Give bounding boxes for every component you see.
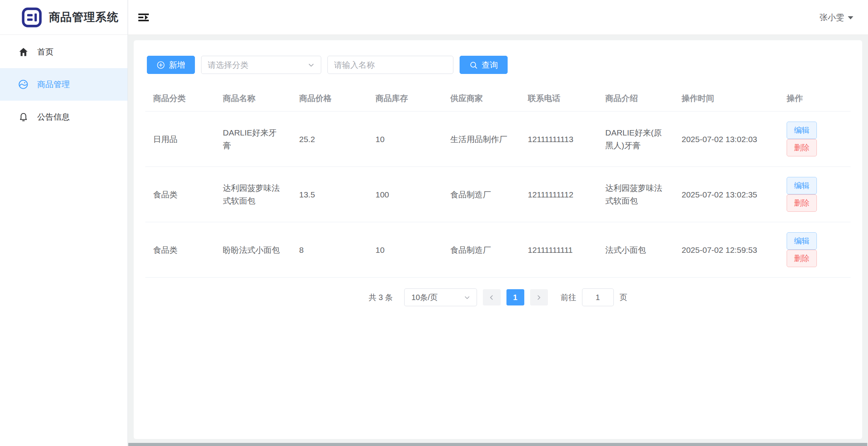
prev-page-button[interactable] (483, 289, 501, 305)
cell-price: 13.5 (299, 167, 375, 222)
cell-supplier: 食品制造厂 (450, 222, 528, 278)
cell-category: 食品类 (145, 222, 223, 278)
horizontal-scrollbar[interactable] (128, 443, 868, 446)
sidebar: 商品管理系统 首页 商品管理 (0, 0, 128, 446)
pagination: 共 3 条 10条/页 1 前往 (145, 288, 851, 306)
column-header: 商品库存 (375, 86, 450, 112)
cell-name: DARLIE好来牙膏 (223, 112, 299, 167)
search-icon (469, 61, 478, 69)
column-header: 供应商家 (450, 86, 528, 112)
delete-button[interactable]: 删除 (787, 250, 817, 267)
table-row: 日用品DARLIE好来牙膏25.210生活用品制作厂12111111113DAR… (145, 112, 851, 167)
cell-category: 食品类 (145, 167, 223, 222)
column-header: 商品分类 (145, 86, 223, 112)
scrollbar-thumb[interactable] (128, 443, 867, 446)
search-button-label: 查询 (482, 60, 498, 70)
total-count: 共 3 条 (369, 292, 393, 303)
products-table: 商品分类 商品名称 商品价格 商品库存 供应商家 联系电话 商品介绍 操作时间 … (145, 86, 851, 278)
user-menu[interactable]: 张小雯 (820, 12, 853, 23)
chevron-down-icon (848, 16, 853, 19)
user-name: 张小雯 (820, 12, 844, 23)
chevron-down-icon (464, 294, 470, 301)
add-button[interactable]: 新增 (147, 56, 195, 74)
content-card: 新增 请选择分类 查询 (134, 40, 862, 439)
add-button-label: 新增 (169, 60, 185, 70)
category-select-placeholder: 请选择分类 (208, 60, 248, 70)
goto-unit-label: 页 (620, 292, 627, 303)
column-header: 联系电话 (528, 86, 605, 112)
cell-price: 8 (299, 222, 375, 278)
sidebar-item-products[interactable]: 商品管理 (0, 68, 127, 101)
category-select[interactable]: 请选择分类 (201, 56, 321, 74)
table-row: 食品类达利园菠萝味法式软面包13.5100食品制造厂12111111112达利园… (145, 167, 851, 222)
goto-label: 前往 (561, 292, 576, 303)
next-page-button[interactable] (530, 289, 548, 305)
cell-time: 2025-07-02 13:02:35 (682, 167, 787, 222)
cell-actions: 编辑删除 (787, 222, 851, 278)
column-header: 操作时间 (682, 86, 787, 112)
cell-intro: DARLIE好来(原黑人)牙膏 (605, 112, 682, 167)
table-header-row: 商品分类 商品名称 商品价格 商品库存 供应商家 联系电话 商品介绍 操作时间 … (145, 86, 851, 112)
cell-intro: 达利园菠萝味法式软面包 (605, 167, 682, 222)
cell-price: 25.2 (299, 112, 375, 167)
sidebar-item-announcements[interactable]: 公告信息 (0, 101, 127, 133)
page-number-button[interactable]: 1 (506, 289, 524, 305)
sidebar-toggle-icon[interactable] (138, 12, 151, 23)
table-row: 食品类盼盼法式小面包810食品制造厂12111111111法式小面包2025-0… (145, 222, 851, 278)
page-size-select[interactable]: 10条/页 (404, 288, 477, 306)
page-size-value: 10条/页 (412, 292, 438, 303)
sidebar-item-home[interactable]: 首页 (0, 36, 127, 68)
cell-time: 2025-07-02 13:02:03 (682, 112, 787, 167)
home-icon (18, 46, 29, 57)
bell-icon (18, 112, 29, 122)
delete-button[interactable]: 删除 (787, 139, 817, 156)
column-header: 商品价格 (299, 86, 375, 112)
edit-button[interactable]: 编辑 (787, 177, 817, 194)
toolbar: 新增 请选择分类 查询 (147, 56, 851, 74)
cell-intro: 法式小面包 (605, 222, 682, 278)
delete-button[interactable]: 删除 (787, 194, 817, 212)
cell-phone: 12111111112 (528, 167, 605, 222)
chevron-down-icon (308, 62, 315, 69)
cell-supplier: 生活用品制作厂 (450, 112, 528, 167)
sidebar-item-label: 公告信息 (37, 112, 70, 122)
goto-page-input[interactable] (582, 288, 614, 306)
app-logo-icon (22, 7, 42, 27)
cell-name: 达利园菠萝味法式软面包 (223, 167, 299, 222)
main-content: 新增 请选择分类 查询 (128, 35, 868, 446)
column-header: 商品介绍 (605, 86, 682, 112)
cell-phone: 12111111111 (528, 222, 605, 278)
column-header: 商品名称 (223, 86, 299, 112)
cell-stock: 10 (375, 112, 450, 167)
table-body: 日用品DARLIE好来牙膏25.210生活用品制作厂12111111113DAR… (145, 112, 851, 278)
cell-category: 日用品 (145, 112, 223, 167)
edit-button[interactable]: 编辑 (787, 232, 817, 250)
cell-stock: 100 (375, 167, 450, 222)
sidebar-menu: 首页 商品管理 公告信息 (0, 35, 127, 133)
cell-supplier: 食品制造厂 (450, 167, 528, 222)
cell-actions: 编辑删除 (787, 167, 851, 222)
picture-icon (18, 79, 29, 90)
app-title: 商品管理系统 (49, 10, 119, 25)
circle-plus-icon (157, 61, 165, 69)
cell-stock: 10 (375, 222, 450, 278)
sidebar-item-label: 首页 (37, 46, 53, 57)
cell-phone: 12111111113 (528, 112, 605, 167)
edit-button[interactable]: 编辑 (787, 122, 817, 139)
cell-time: 2025-07-02 12:59:53 (682, 222, 787, 278)
name-input[interactable] (327, 56, 453, 74)
logo-area: 商品管理系统 (0, 0, 127, 35)
sidebar-item-label: 商品管理 (37, 79, 70, 90)
cell-name: 盼盼法式小面包 (223, 222, 299, 278)
top-header: 张小雯 (128, 0, 868, 35)
column-header: 操作 (787, 86, 851, 112)
cell-actions: 编辑删除 (787, 112, 851, 167)
search-button[interactable]: 查询 (460, 56, 508, 74)
